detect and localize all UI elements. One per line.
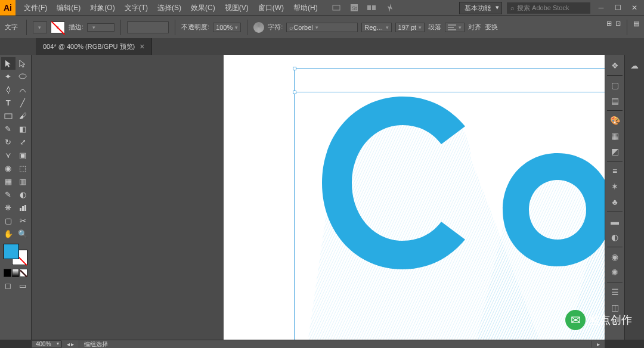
font-style[interactable]: Reg… [361,23,391,32]
menu-bar: Ai 文件(F) 编辑(E) 对象(O) 文字(T) 选择(S) 效果(C) 视… [0,0,644,15]
menu-file[interactable]: 文件(F) [19,0,52,15]
slice-tool[interactable]: ✂ [16,215,30,227]
maximize-button[interactable]: ☐ [612,0,624,15]
menu-effect[interactable]: 效果(C) [186,0,220,15]
asset-panel-icon[interactable]: ▤ [606,94,623,108]
bridge-icon[interactable] [330,1,343,14]
menu-type[interactable]: 文字(T) [120,0,153,15]
type-tool[interactable]: T [1,97,16,109]
isolate-icon[interactable]: ⊞ [606,20,612,35]
minimize-button[interactable]: ─ [595,0,607,15]
line-tool[interactable]: ╱ [16,97,30,109]
hand-tool[interactable]: ✋ [1,228,16,240]
arrange-icon[interactable] [366,1,379,14]
panel-flyout-icon[interactable]: ▤ [633,20,639,35]
swatches-panel-icon[interactable]: ▦ [606,129,623,143]
gradient-tool[interactable]: ▥ [16,175,30,188]
paragraph-align-icon[interactable] [445,23,465,32]
watermark: ✉ 整点创作 [565,310,632,330]
brushes-panel-icon[interactable]: ✶ [606,179,623,194]
guide-panel-icon[interactable]: ◩ [606,144,623,159]
stroke-weight[interactable] [87,23,114,32]
blend-tool[interactable]: ◐ [16,188,30,201]
color-mode-icon[interactable] [4,269,11,277]
close-tab-icon[interactable]: × [140,42,144,51]
none-mode-icon[interactable] [20,269,27,277]
transform-link[interactable]: 变换 [485,23,498,32]
width-tool[interactable]: ⋎ [1,149,16,161]
opacity-value[interactable]: 100% [213,23,241,32]
zoom-level[interactable]: 400% [32,340,61,348]
fill-swatch[interactable] [33,21,47,33]
svg-rect-6 [5,114,12,119]
recolor-icon[interactable] [253,22,264,33]
scale-tool[interactable]: ⤢ [16,136,30,148]
layers-panel-icon[interactable]: ❖ [606,58,623,73]
shaper-tool[interactable]: ✎ [1,123,16,135]
perspective-tool[interactable]: ⬚ [16,162,30,175]
selection-tool[interactable] [1,57,16,70]
stroke-label: 描边: [69,23,83,32]
stock-icon[interactable]: St [348,1,361,14]
draw-mode-icon[interactable]: ◻ [1,279,16,292]
curvature-tool[interactable] [16,83,30,96]
font-size[interactable]: 197 pt [395,23,425,32]
svg-rect-3 [367,5,371,10]
svg-rect-7 [20,208,21,211]
lasso-tool[interactable] [16,70,30,83]
artboard-tool[interactable]: ▢ [1,215,16,227]
direct-selection-tool[interactable] [16,57,30,70]
status-arrow[interactable]: ▸ [592,341,605,347]
edit-icon[interactable]: ⊡ [615,20,621,35]
menu-window[interactable]: 窗口(W) [253,0,289,15]
close-button[interactable]: ✕ [628,0,640,15]
menu-object[interactable]: 对象(O) [85,0,119,15]
mesh-tool[interactable]: ▦ [1,175,16,188]
paintbrush-tool[interactable]: 🖌 [16,110,30,122]
symbols-panel-icon[interactable]: ♣ [606,195,623,209]
transparency-panel-icon[interactable]: ▬ [606,215,623,229]
stroke-swatch[interactable] [51,21,65,33]
gradient-mode-icon[interactable] [12,269,20,277]
graphic-styles-panel-icon[interactable]: ✺ [606,265,623,279]
workspace-switcher[interactable]: 基本功能 [459,2,502,14]
canvas[interactable] [32,55,605,340]
screen-mode-icon[interactable]: ▭ [16,279,30,292]
fill-stroke-swatch[interactable] [4,244,27,265]
svg-rect-4 [372,5,376,10]
nav-segment[interactable]: ◂ ▸ [61,341,79,347]
shape-builder-tool[interactable]: ◉ [1,162,16,175]
svg-text:St: St [352,5,357,11]
free-transform-tool[interactable]: ▣ [16,149,30,161]
graph-tool[interactable] [16,201,30,214]
align-panel-icon[interactable]: ☰ [606,285,623,299]
pen-tool[interactable] [1,83,16,96]
menu-help[interactable]: 帮助(H) [289,0,323,15]
eyedropper-tool[interactable]: ✎ [1,188,16,201]
paragraph-label[interactable]: 段落 [428,23,441,32]
stroke-panel-icon[interactable]: ≡ [606,164,623,178]
menu-view[interactable]: 视图(V) [220,0,253,15]
document-tab[interactable]: 004* @ 400% (RGB/GPU 预览) × [36,38,152,55]
magic-wand-tool[interactable]: ✦ [1,70,16,83]
color-panel-icon[interactable]: 🎨 [606,113,623,128]
rotate-tool[interactable]: ↻ [1,136,16,148]
align-link[interactable]: 对齐 [468,23,481,32]
wechat-icon: ✉ [565,310,586,330]
libraries-panel-icon[interactable]: ☁ [626,58,643,73]
zoom-tool[interactable]: 🔍 [16,228,30,240]
menu-edit[interactable]: 编辑(E) [52,0,85,15]
style-input[interactable] [127,21,169,33]
eraser-tool[interactable]: ◧ [16,123,30,135]
rectangle-tool[interactable] [1,110,16,122]
font-family[interactable]: ⌕ Corbel [286,23,358,32]
symbol-sprayer-tool[interactable]: ❋ [1,201,16,214]
toolbox: ✦ T╱ 🖌 ✎◧ ↻⤢ ⋎▣ ◉⬚ ▦▥ ✎◐ ❋ ▢✂ ✋🔍 ◻▭ [0,55,32,340]
gpu-icon[interactable] [383,1,397,14]
stock-search[interactable]: ⌕ 搜索 Adobe Stock [507,2,590,14]
gradient-panel-icon[interactable]: ◐ [606,230,623,244]
artboards-panel-icon[interactable]: ▢ [606,78,623,92]
status-bar: 400% ◂ ▸ 编组选择 ▸ [32,340,605,348]
menu-select[interactable]: 选择(S) [153,0,186,15]
appearance-panel-icon[interactable]: ◉ [606,250,623,264]
